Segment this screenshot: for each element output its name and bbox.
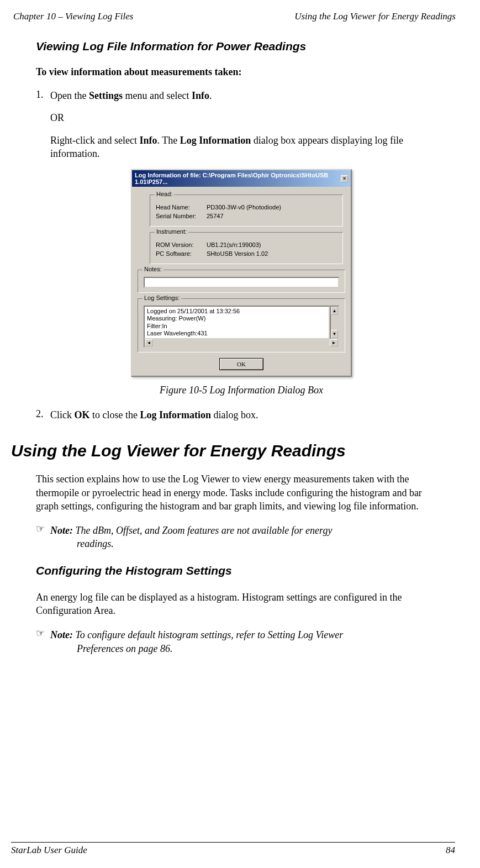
row-rom: ROM Version: UB1.21(s/n:199003) [156, 241, 337, 248]
note-icon: ☞ [36, 524, 50, 551]
ok-wrap: OK [138, 358, 345, 370]
row-pcsw: PC Software: SHtoUSB Version 1.02 [156, 250, 337, 257]
group-label-logset: Log Settings: [143, 294, 181, 301]
value-head-name: PD300-3W-v0 (Photodiode) [207, 204, 337, 211]
group-log-settings: Log Settings: Logged on 25/11/2001 at 13… [138, 298, 345, 353]
section-heading-histogram: Configuring the Histogram Settings [36, 564, 447, 577]
header-left: Chapter 10 – Viewing Log Files [13, 11, 133, 22]
note-label: Note: [50, 629, 73, 640]
step-text-alt: Right-click and select Info. The Log Inf… [50, 134, 447, 161]
section-heading-viewing-log-info: Viewing Log File Information for Power R… [36, 40, 447, 53]
page-content: Viewing Log File Information for Power R… [11, 24, 458, 655]
group-label-head: Head: [155, 191, 174, 197]
row-head-name: Head Name: PD300-3W-v0 (Photodiode) [156, 204, 337, 211]
value-rom: UB1.21(s/n:199003) [207, 241, 337, 248]
log-settings-text: Logged on 25/11/2001 at 13:32:56 Measuri… [144, 306, 330, 339]
figure: Log Information of file: C:\Program File… [36, 169, 447, 403]
close-icon[interactable]: × [341, 175, 348, 182]
ok-button[interactable]: OK [219, 358, 263, 370]
step-number: 1. [36, 89, 50, 160]
intro-paragraph: This section explains how to use the Log… [36, 472, 447, 513]
horizontal-scrollbar[interactable]: ◄ ► [144, 338, 339, 348]
dialog-body: Head: Head Name: PD300-3W-v0 (Photodiode… [132, 187, 351, 376]
note-body: Note: To configure default histogram set… [50, 628, 447, 655]
note-body: Note: The dBm, Offset, and Zoom features… [50, 524, 447, 551]
label-head-name: Head Name: [156, 204, 207, 211]
label-pcsw: PC Software: [156, 250, 207, 257]
step-or: OR [50, 111, 447, 124]
group-instrument: Instrument: ROM Version: UB1.21(s/n:1990… [150, 232, 343, 264]
scroll-down-icon[interactable]: ▼ [331, 330, 338, 338]
scroll-up-icon[interactable]: ▲ [331, 307, 338, 315]
log-information-dialog: Log Information of file: C:\Program File… [131, 169, 352, 377]
page-footer: StarLab User Guide 84 [11, 842, 455, 856]
section-heading-energy-readings: Using the Log Viewer for Energy Readings [11, 441, 447, 460]
value-serial: 25747 [207, 213, 337, 219]
dialog-title: Log Information of file: C:\Program File… [135, 172, 341, 185]
header-right: Using the Log Viewer for Energy Readings [294, 11, 456, 22]
label-rom: ROM Version: [156, 241, 207, 248]
figure-caption: Figure 10-5 Log Information Dialog Box [160, 385, 323, 396]
dialog-titlebar: Log Information of file: C:\Program File… [132, 170, 351, 187]
step-body: Click OK to close the Log Information di… [50, 408, 447, 422]
note-2: ☞ Note: To configure default histogram s… [36, 628, 447, 655]
lead-paragraph: To view information about measurements t… [36, 66, 447, 78]
group-notes: Notes: [138, 270, 345, 293]
note-label: Note: [50, 525, 73, 536]
notes-input[interactable] [144, 277, 339, 288]
step-text: Open the Settings menu and select Info. [50, 89, 447, 102]
scroll-right-icon[interactable]: ► [330, 339, 338, 346]
group-head: Head: Head Name: PD300-3W-v0 (Photodiode… [150, 194, 343, 227]
footer-left: StarLab User Guide [11, 845, 87, 856]
step-text: Click OK to close the Log Information di… [50, 408, 447, 422]
group-label-instrument: Instrument: [155, 228, 188, 235]
scroll-left-icon[interactable]: ◄ [145, 339, 153, 346]
label-serial: Serial Number: [156, 213, 207, 219]
histogram-paragraph: An energy log file can be displayed as a… [36, 591, 447, 618]
step-2: 2. Click OK to close the Log Information… [36, 408, 447, 422]
step-1: 1. Open the Settings menu and select Inf… [36, 89, 447, 160]
step-body: Open the Settings menu and select Info. … [50, 89, 447, 160]
footer-right: 84 [446, 845, 455, 856]
value-pcsw: SHtoUSB Version 1.02 [207, 250, 337, 257]
step-number: 2. [36, 408, 50, 422]
log-settings-box: Logged on 25/11/2001 at 13:32:56 Measuri… [144, 306, 339, 339]
vertical-scrollbar[interactable]: ▲ ▼ [330, 306, 339, 339]
page-header: Chapter 10 – Viewing Log Files Using the… [11, 11, 458, 24]
note-icon: ☞ [36, 628, 50, 655]
row-serial: Serial Number: 25747 [156, 213, 337, 219]
group-label-notes: Notes: [143, 266, 163, 272]
note-1: ☞ Note: The dBm, Offset, and Zoom featur… [36, 524, 447, 551]
